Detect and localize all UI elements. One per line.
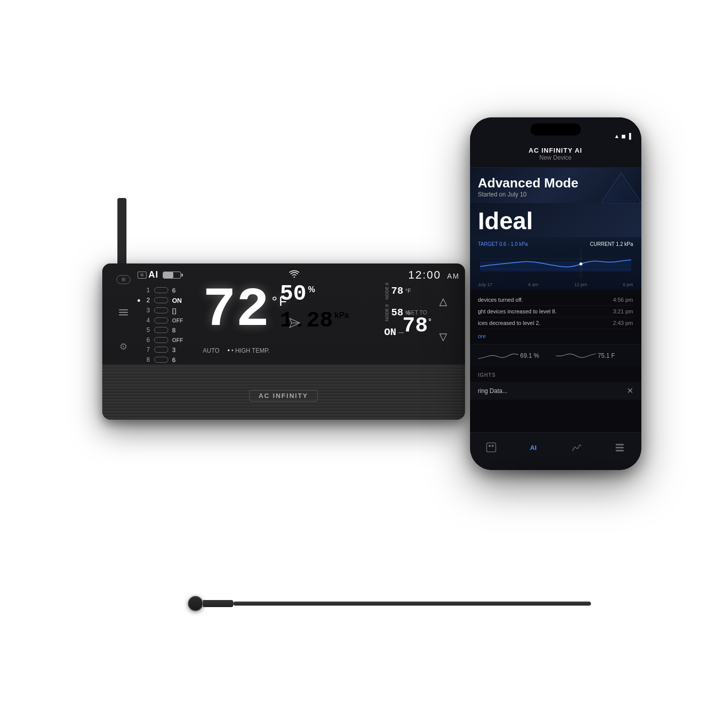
top-row: ⊟ AI xyxy=(138,269,460,282)
chart-svg xyxy=(478,249,633,279)
humidity-unit: % xyxy=(308,286,315,294)
sensor1-value: 78 xyxy=(391,285,404,297)
activity-log: devices turned off. 4:56 pm ght devices … xyxy=(470,290,641,344)
controller-device: ⊞ ⚙ ⊟ xyxy=(102,263,465,420)
arrows-column: △ ▽ xyxy=(436,294,451,344)
channel-row-1: 1 6 xyxy=(138,287,186,294)
channel-row-4: 4 OFF xyxy=(138,317,186,324)
app-brand: AC INFINITY AI xyxy=(528,147,582,154)
more-link[interactable]: ore xyxy=(478,331,633,340)
sensor-probe xyxy=(188,596,591,611)
nav-item-chart[interactable] xyxy=(571,442,582,455)
app-content: Advanced Mode Started on July 10 Ideal T… xyxy=(470,168,641,400)
sensor2-label: NODE 8 xyxy=(384,304,389,321)
display-area: ⊟ AI xyxy=(138,269,460,362)
wifi-icon xyxy=(289,270,299,280)
port-8 xyxy=(154,357,168,363)
mode-card: Advanced Mode Started on July 10 xyxy=(470,168,641,204)
svg-rect-8 xyxy=(492,445,494,447)
controller-reflection xyxy=(102,420,465,440)
activity-item-1: devices turned off. 4:56 pm xyxy=(478,294,633,306)
down-arrow-button[interactable]: ▽ xyxy=(436,329,451,344)
app-device-name: New Device xyxy=(528,154,582,161)
up-arrow-button[interactable]: △ xyxy=(436,294,451,309)
chart-time-1: 6 am xyxy=(528,282,539,287)
high-temp-label: • HIGH TEMP. xyxy=(228,347,270,354)
send-icon xyxy=(289,317,301,332)
phone-outer: ▲ ◼ ▐ ‹ AC INFINITY AI New Device xyxy=(470,117,641,470)
insights-section: IGHTS xyxy=(470,367,641,382)
probe-head xyxy=(188,596,203,611)
profile-nav-icon xyxy=(486,442,497,455)
list-nav-icon xyxy=(614,442,625,455)
sensor-graph-1: 69.1 % xyxy=(478,349,556,363)
set-to-value: 78° xyxy=(403,315,432,337)
humidity-reading: 50% xyxy=(280,283,349,305)
sensor-strip: 69.1 % 75.1 F xyxy=(470,344,641,367)
channel-row-5: 5 8 xyxy=(138,326,186,334)
sensor2-value: 58 xyxy=(391,307,404,318)
settings-icon[interactable]: ⚙ xyxy=(119,341,127,352)
svg-rect-7 xyxy=(489,445,491,447)
nav-item-ai[interactable]: AI xyxy=(528,442,540,455)
chart-time-3: 6 pm xyxy=(623,282,633,287)
controller-glossy: ⊞ ⚙ ⊟ xyxy=(102,263,465,364)
port-7 xyxy=(154,347,168,353)
temperature-display: 72°F xyxy=(203,283,288,338)
svg-text:AI: AI xyxy=(530,444,537,451)
loading-text: ring Data... xyxy=(478,387,508,394)
sensor-val-1: 69.1 % xyxy=(520,352,539,359)
activity-text-3: ices decreased to level 2. xyxy=(478,320,609,326)
controller-ribbed-bottom: AC INFINITY xyxy=(102,364,465,420)
activity-item-2: ght devices increased to level 8. 3:21 p… xyxy=(478,306,633,317)
channel-row-6: 6 OFF xyxy=(138,337,186,344)
sensor-val-2: 75.1 F xyxy=(598,352,615,359)
chart-time-0: July 17 xyxy=(478,282,493,287)
channel-row-2: 2 ON xyxy=(138,297,186,304)
ai-label: AI xyxy=(149,270,159,280)
channel-row-3: 3 [] xyxy=(138,307,186,314)
channel-list: 1 6 2 ON 3 [] xyxy=(138,287,186,364)
loading-bar: ring Data... ✕ xyxy=(470,382,641,400)
pressure-unit: kPa xyxy=(335,311,349,320)
probe-connector xyxy=(203,600,233,607)
sensor1-unit: °F xyxy=(406,288,411,294)
activity-time-1: 4:56 pm xyxy=(613,297,633,303)
ai-badge: ⊟ AI xyxy=(138,270,181,280)
brand-label: AC INFINITY xyxy=(249,390,318,402)
ai-nav-icon: AI xyxy=(528,442,540,455)
activity-item-3: ices decreased to level 2. 2:43 pm xyxy=(478,317,633,329)
time-period: AM xyxy=(447,272,460,280)
port-1 xyxy=(154,287,168,293)
svg-rect-11 xyxy=(616,447,624,448)
channel-row-7: 7 3 xyxy=(138,346,186,354)
sensor3-value: ON xyxy=(384,326,396,338)
time-display: 12:00 AM xyxy=(408,269,459,282)
sensor-graph-2: 75.1 F xyxy=(556,349,633,363)
insights-label: IGHTS xyxy=(478,372,496,378)
chart-labels: TARGET 0.6 - 1.0 kPa CURRENT 1.2 kPa xyxy=(478,241,633,247)
ideal-section: Ideal xyxy=(470,203,641,237)
phone-device: ▲ ◼ ▐ ‹ AC INFINITY AI New Device xyxy=(470,117,641,470)
menu-icon[interactable] xyxy=(117,307,130,317)
app-header: ‹ AC INFINITY AI New Device xyxy=(470,143,641,168)
activity-time-3: 2:43 pm xyxy=(613,320,633,326)
set-to-display: SET TO 78° xyxy=(403,309,432,337)
sensor1-label: NODE 8 xyxy=(384,283,389,300)
activity-text-1: devices turned off. xyxy=(478,297,609,303)
auto-mode-label: AUTO xyxy=(203,347,220,354)
phone-shadow xyxy=(479,465,633,475)
activity-text-2: ght devices increased to level 8. xyxy=(478,308,609,314)
scene: ⊞ ⚙ ⊟ xyxy=(87,87,641,641)
svg-rect-6 xyxy=(487,443,496,452)
close-button[interactable]: ✕ xyxy=(627,386,633,395)
nav-item-list[interactable] xyxy=(614,442,625,455)
bottom-nav: AI xyxy=(470,432,641,470)
nav-item-profile[interactable] xyxy=(486,442,497,455)
port-6 xyxy=(154,337,168,343)
phone-screen: ▲ ◼ ▐ ‹ AC INFINITY AI New Device xyxy=(470,117,641,470)
ideal-status: Ideal xyxy=(478,209,633,233)
phone-notch xyxy=(531,123,581,136)
mode-card-bg-icon xyxy=(596,168,641,204)
port-3 xyxy=(154,307,168,313)
